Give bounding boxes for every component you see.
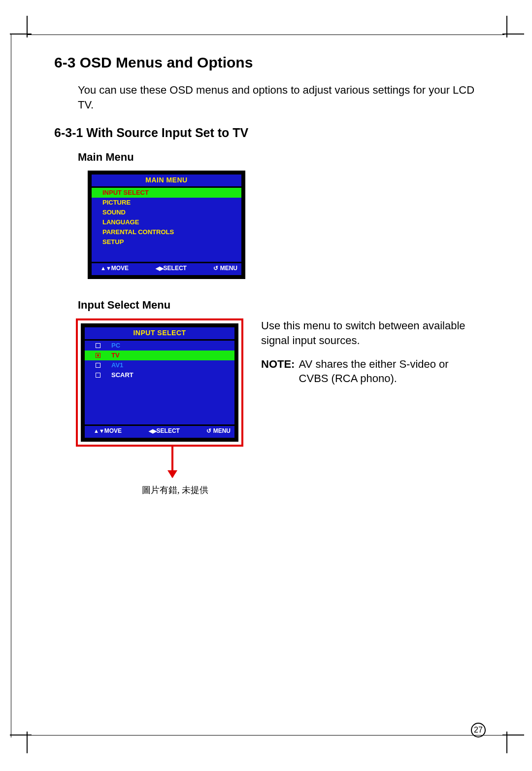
osd-item-av1[interactable]: AV1	[85, 360, 234, 370]
osd-footer: ▲▼MOVE ◀▶SELECT ↺ MENU	[85, 424, 234, 436]
guide-line	[27, 35, 504, 35]
figure-label: Input Select Menu	[78, 299, 488, 312]
callout-frame: INPUT SELECT PC TV AV1 SCART ▲▼MOVE	[76, 318, 243, 447]
figure-description: Use this menu to switch between availabl…	[261, 318, 468, 395]
osd-item-language[interactable]: LANGUAGE	[92, 217, 241, 227]
crop-mark	[502, 16, 530, 43]
triangle-up-icon: ▲	[94, 428, 99, 434]
osd-item-scart[interactable]: SCART	[85, 370, 234, 380]
osd-item-setup[interactable]: SETUP	[92, 237, 241, 247]
osd-item-picture[interactable]: PICTURE	[92, 198, 241, 208]
arrow-down-icon	[171, 447, 173, 477]
crop-mark	[4, 726, 32, 753]
note-body: AV shares the either S-video or CVBS (RC…	[299, 357, 457, 386]
osd-title: MAIN MENU	[92, 175, 241, 185]
osd-item-parental[interactable]: PARENTAL CONTROLS	[92, 227, 241, 237]
osd-item-sound[interactable]: SOUND	[92, 208, 241, 217]
osd-main-menu: MAIN MENU INPUT SELECT PICTURE SOUND LAN…	[88, 171, 245, 279]
return-icon: ↺	[206, 427, 211, 434]
figure-input-select: Input Select Menu INPUT SELECT PC TV AV1…	[54, 299, 488, 496]
osd-item-tv[interactable]: TV	[85, 350, 234, 360]
section-title: 6-3 OSD Menus and Options	[54, 54, 488, 71]
subsection-title: 6-3-1 With Source Input Set to TV	[54, 126, 488, 140]
triangle-left-icon: ◀	[156, 265, 160, 271]
figure-main-menu: Main Menu MAIN MENU INPUT SELECT PICTURE…	[54, 151, 488, 279]
crop-mark	[4, 16, 32, 43]
triangle-up-icon: ▲	[100, 265, 106, 271]
crop-mark	[502, 726, 530, 753]
osd-footer: ▲▼MOVE ◀▶SELECT ↺ MENU	[92, 262, 241, 273]
triangle-down-icon: ▼	[106, 265, 111, 271]
description-paragraph: Use this menu to switch between availabl…	[261, 318, 468, 348]
osd-item-pc[interactable]: PC	[85, 341, 234, 350]
note-label: NOTE:	[261, 358, 295, 370]
triangle-right-icon: ▶	[153, 428, 157, 434]
note: NOTE: AV shares the either S-video or CV…	[261, 357, 468, 386]
triangle-down-icon: ▼	[99, 428, 104, 434]
guide-line	[27, 735, 504, 736]
osd-input-select: INPUT SELECT PC TV AV1 SCART ▲▼MOVE	[81, 323, 238, 442]
osd-title: INPUT SELECT	[85, 327, 234, 338]
annotation: 圖片有錯, 未提供	[98, 447, 243, 496]
intro-paragraph: You can use these OSD menus and options …	[78, 83, 488, 112]
guide-line	[11, 34, 11, 737]
osd-item-input-select[interactable]: INPUT SELECT	[92, 188, 241, 198]
figure-label: Main Menu	[78, 151, 488, 164]
return-icon: ↺	[213, 265, 218, 272]
page-number: 27	[471, 723, 486, 737]
triangle-left-icon: ◀	[149, 428, 153, 434]
annotation-text: 圖片有錯, 未提供	[142, 484, 243, 496]
triangle-right-icon: ▶	[160, 265, 164, 271]
